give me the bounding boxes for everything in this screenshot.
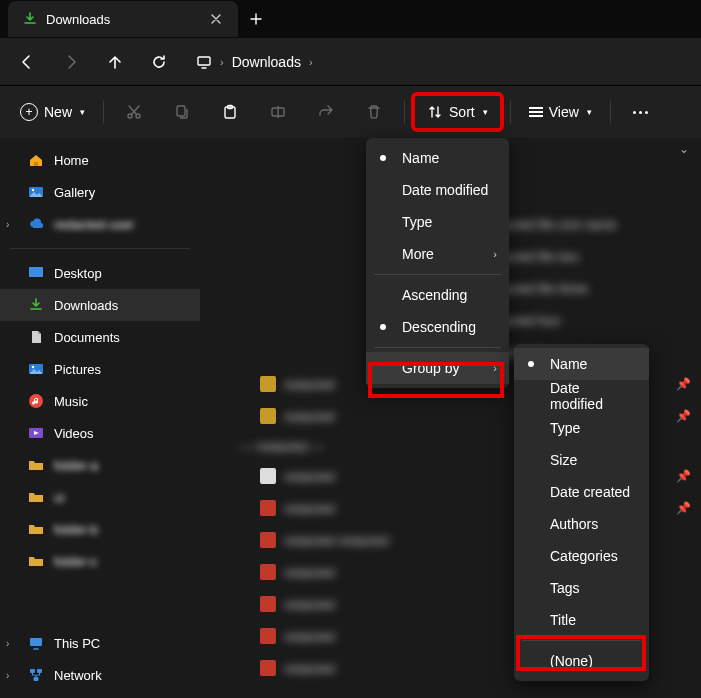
submenu-item-date-modified[interactable]: Date modified <box>514 380 649 412</box>
up-button[interactable] <box>94 42 136 82</box>
menu-item-label: Categories <box>550 548 618 564</box>
divider <box>510 100 511 124</box>
sidebar-item-pinned[interactable]: folder-c <box>0 545 200 577</box>
submenu-item-type[interactable]: Type <box>514 412 649 444</box>
sidebar-item-label: Desktop <box>54 266 102 281</box>
close-tab-icon[interactable] <box>208 11 224 27</box>
menu-item-more[interactable]: More › <box>366 238 509 270</box>
folder-icon <box>28 553 44 569</box>
submenu-item-tags[interactable]: Tags <box>514 572 649 604</box>
menu-item-label: Title <box>550 612 576 628</box>
sidebar-item-videos[interactable]: Videos <box>0 417 200 449</box>
sidebar-item-pictures[interactable]: Pictures <box>0 353 200 385</box>
menu-item-label: Size <box>550 452 577 468</box>
content-pane[interactable]: ⌄ redacted file one name redacted file t… <box>200 138 701 698</box>
sidebar-item-gallery[interactable]: Gallery <box>0 176 200 208</box>
sidebar-item-label: Gallery <box>54 185 95 200</box>
music-icon <box>28 393 44 409</box>
delete-button[interactable] <box>352 94 396 130</box>
submenu-item-name[interactable]: Name <box>514 348 649 380</box>
copy-button[interactable] <box>160 94 204 130</box>
submenu-item-none[interactable]: (None) <box>514 645 649 677</box>
menu-item-label: Descending <box>402 319 476 335</box>
pin-icon: 📌 <box>676 469 691 483</box>
chevron-right-icon[interactable]: › <box>6 219 9 230</box>
svg-rect-3 <box>177 106 185 116</box>
sidebar-item-label: Pictures <box>54 362 101 377</box>
sidebar-item-label: Documents <box>54 330 120 345</box>
chevron-right-icon[interactable]: › <box>309 56 313 68</box>
sidebar-item-thispc[interactable]: › This PC <box>0 627 200 659</box>
view-button[interactable]: View ▾ <box>519 94 602 130</box>
groupby-submenu: Name Date modified Type Size Date create… <box>514 344 649 681</box>
sidebar-item-label: ui <box>54 490 64 505</box>
breadcrumb[interactable]: › Downloads › <box>188 45 695 79</box>
sidebar-item-userfolder[interactable]: › redacted-user <box>0 208 200 240</box>
pin-icon: 📌 <box>676 409 691 423</box>
new-tab-button[interactable] <box>238 1 274 37</box>
divider <box>610 100 611 124</box>
sidebar-item-pinned[interactable]: folder-b <box>0 513 200 545</box>
sort-icon <box>427 104 443 120</box>
back-button[interactable] <box>6 42 48 82</box>
submenu-item-authors[interactable]: Authors <box>514 508 649 540</box>
more-button[interactable] <box>619 94 663 130</box>
menu-item-label: Type <box>550 420 580 436</box>
sort-button[interactable]: Sort ▾ <box>413 94 502 130</box>
submenu-item-categories[interactable]: Categories <box>514 540 649 572</box>
menu-item-group-by[interactable]: Group by › <box>366 352 509 384</box>
divider <box>522 640 641 641</box>
sidebar-item-desktop[interactable]: Desktop <box>0 257 200 289</box>
divider <box>374 274 501 275</box>
new-button[interactable]: + New ▾ <box>10 94 95 130</box>
menu-item-label: Tags <box>550 580 580 596</box>
sidebar-item-label: Network <box>54 668 102 683</box>
monitor-icon <box>28 635 44 651</box>
chevron-right-icon[interactable]: › <box>6 638 9 649</box>
sidebar-item-pinned[interactable]: ui <box>0 481 200 513</box>
sidebar-item-label: folder-b <box>54 522 98 537</box>
new-label: New <box>44 104 72 120</box>
sidebar-item-home[interactable]: Home <box>0 144 200 176</box>
cut-button[interactable] <box>112 94 156 130</box>
svg-rect-10 <box>29 267 43 277</box>
main-area: Home Gallery › redacted-user Desktop Dow… <box>0 138 701 698</box>
bullet-icon <box>380 155 386 161</box>
bullet-icon <box>528 361 534 367</box>
share-button[interactable] <box>304 94 348 130</box>
sidebar-item-documents[interactable]: Documents <box>0 321 200 353</box>
submenu-item-size[interactable]: Size <box>514 444 649 476</box>
rename-button[interactable] <box>256 94 300 130</box>
gallery-icon <box>28 184 44 200</box>
downloads-icon <box>28 297 44 313</box>
network-icon <box>28 667 44 683</box>
paste-button[interactable] <box>208 94 252 130</box>
documents-icon <box>28 329 44 345</box>
breadcrumb-current[interactable]: Downloads <box>232 54 301 70</box>
menu-item-label: Ascending <box>402 287 467 303</box>
videos-icon <box>28 425 44 441</box>
tab-downloads[interactable]: Downloads <box>8 1 238 37</box>
svg-rect-15 <box>30 638 42 646</box>
svg-rect-0 <box>198 57 210 65</box>
chevron-right-icon: › <box>493 248 497 260</box>
svg-rect-17 <box>37 669 42 673</box>
menu-item-ascending[interactable]: Ascending <box>366 279 509 311</box>
sidebar-item-pinned[interactable]: folder-a <box>0 449 200 481</box>
downloads-icon <box>22 11 38 27</box>
menu-item-date-modified[interactable]: Date modified <box>366 174 509 206</box>
menu-item-label: Group by <box>402 360 460 376</box>
sidebar-item-music[interactable]: Music <box>0 385 200 417</box>
menu-item-type[interactable]: Type <box>366 206 509 238</box>
forward-button[interactable] <box>50 42 92 82</box>
menu-item-name[interactable]: Name <box>366 142 509 174</box>
ellipsis-icon <box>633 111 648 114</box>
sidebar-item-downloads[interactable]: Downloads <box>0 289 200 321</box>
submenu-item-date-created[interactable]: Date created <box>514 476 649 508</box>
menu-item-descending[interactable]: Descending <box>366 311 509 343</box>
divider <box>103 100 104 124</box>
sidebar-item-network[interactable]: › Network <box>0 659 200 691</box>
chevron-right-icon[interactable]: › <box>6 670 9 681</box>
submenu-item-title[interactable]: Title <box>514 604 649 636</box>
refresh-button[interactable] <box>138 42 180 82</box>
